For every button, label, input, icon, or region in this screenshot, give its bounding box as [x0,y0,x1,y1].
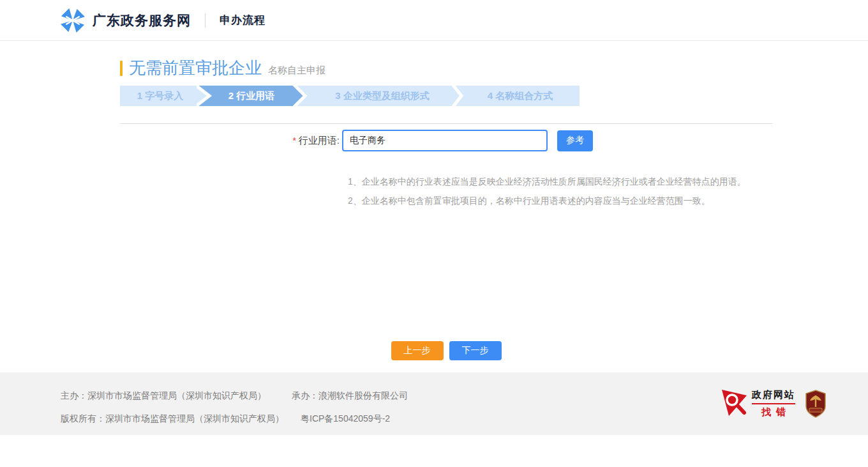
footer-undertaker: 承办：浪潮软件股份有限公司 [292,390,408,401]
industry-term-input[interactable] [342,130,548,151]
header: 广东政务服务网 申办流程 [0,0,868,41]
footer: 主办：深圳市市场监督管理局（深圳市知识产权局）承办：浪潮软件股份有限公司 版权所… [0,372,868,435]
hint-line-1: 1、企业名称中的行业表述应当是反映企业经济活动性质所属国民经济行业或者企业经营特… [348,172,772,191]
page-flow-title: 申办流程 [220,13,266,27]
footer-icp-number: 粤ICP备15042059号-2 [301,413,390,424]
previous-step-button[interactable]: 上一步 [391,341,444,360]
step-1-tab[interactable]: 1 字号录入 [120,86,200,106]
step-4-tab[interactable]: 4 名称组合方式 [461,86,580,106]
title-accent-bar [120,61,123,76]
hint-block: 1、企业名称中的行业表述应当是反映企业经济活动性质所属国民经济行业或者企业经营特… [348,172,772,210]
industry-term-form-row: *行业用语: 参考 [120,130,772,151]
step-2-tab-active[interactable]: 2 行业用语 [206,86,297,106]
industry-term-label-text: 行业用语: [299,135,340,146]
page-title-row: 无需前置审批企业 名称自主申报 [120,57,772,79]
step-3-tab[interactable]: 3 企业类型及组织形式 [310,86,454,106]
required-asterisk: * [292,135,296,146]
header-divider [205,13,206,27]
main-content: 无需前置审批企业 名称自主申报 1 字号录入 2 行业用语 3 企业类型及组织形… [120,57,772,360]
content-divider [120,123,772,124]
error-report-badge-text: 政府网站 找错 [752,389,795,418]
step-wizard: 1 字号录入 2 行业用语 3 企业类型及组织形式 4 名称组合方式 [120,86,580,106]
hint-line-2: 2、企业名称中包含前置审批项目的，名称中行业用语表述的内容应当与企业经营范围一致… [348,191,772,210]
industry-term-label: *行业用语: [120,135,340,147]
site-title: 广东政务服务网 [93,11,191,29]
reference-button[interactable]: 参考 [557,130,593,151]
footer-badges: 政府网站 找错 [721,389,826,418]
website-error-report-badge[interactable]: 政府网站 找错 [721,389,795,418]
error-report-magnifier-icon [721,389,748,418]
wizard-actions: 上一步 下一步 [120,341,772,360]
gdzwfw-pinwheel-logo-icon [61,8,85,33]
government-shield-badge-icon[interactable] [805,390,826,418]
next-step-button[interactable]: 下一步 [449,341,502,360]
error-badge-line1: 政府网站 [752,389,795,404]
footer-host: 主办：深圳市市场监督管理局（深圳市知识产权局） [61,390,266,401]
footer-copyright: 版权所有：深圳市市场监督管理局（深圳市知识产权局） [61,413,284,424]
error-badge-line2: 找错 [752,406,795,418]
page-title: 无需前置审批企业 [129,57,262,79]
page-subtitle: 名称自主申报 [268,65,326,77]
